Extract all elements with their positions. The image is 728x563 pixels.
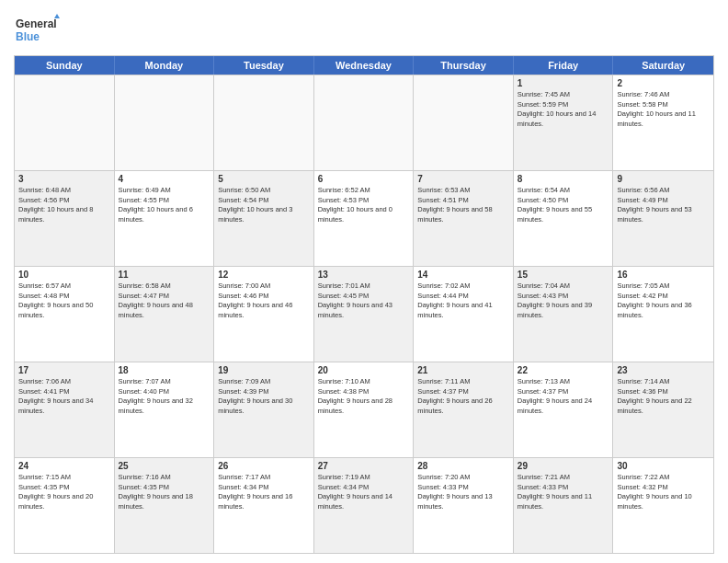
day-info: Sunrise: 7:00 AM Sunset: 4:46 PM Dayligh…	[218, 282, 310, 320]
day-cell-28: 28Sunrise: 7:20 AM Sunset: 4:33 PM Dayli…	[414, 458, 514, 553]
header-day-monday: Monday	[115, 56, 215, 75]
day-number: 6	[318, 174, 410, 184]
day-cell-13: 13Sunrise: 7:01 AM Sunset: 4:45 PM Dayli…	[314, 267, 415, 362]
logo-svg: General Blue	[14, 13, 60, 50]
day-info: Sunrise: 6:52 AM Sunset: 4:53 PM Dayligh…	[318, 186, 410, 224]
day-cell-6: 6Sunrise: 6:52 AM Sunset: 4:53 PM Daylig…	[314, 171, 415, 266]
day-cell-24: 24Sunrise: 7:15 AM Sunset: 4:35 PM Dayli…	[15, 458, 115, 553]
header-day-tuesday: Tuesday	[214, 56, 314, 75]
day-number: 21	[417, 365, 509, 375]
header-day-friday: Friday	[514, 56, 614, 75]
day-info: Sunrise: 6:50 AM Sunset: 4:54 PM Dayligh…	[218, 186, 310, 224]
day-number: 29	[518, 461, 609, 471]
empty-cell-0-0	[15, 75, 115, 170]
day-number: 16	[617, 270, 710, 280]
day-info: Sunrise: 7:17 AM Sunset: 4:34 PM Dayligh…	[218, 473, 310, 511]
logo: General Blue	[14, 13, 60, 50]
day-number: 8	[518, 174, 609, 184]
day-info: Sunrise: 7:06 AM Sunset: 4:41 PM Dayligh…	[18, 377, 110, 416]
day-number: 9	[617, 174, 710, 184]
day-cell-16: 16Sunrise: 7:05 AM Sunset: 4:42 PM Dayli…	[613, 267, 713, 362]
calendar-row-2: 10Sunrise: 6:57 AM Sunset: 4:48 PM Dayli…	[15, 266, 713, 362]
day-number: 10	[18, 270, 110, 280]
day-number: 5	[218, 174, 310, 184]
day-info: Sunrise: 6:49 AM Sunset: 4:55 PM Dayligh…	[119, 186, 210, 224]
day-number: 26	[218, 461, 310, 471]
header-day-sunday: Sunday	[15, 56, 115, 75]
page: General Blue SundayMondayTuesdayWednesda…	[0, 0, 728, 563]
day-cell-23: 23Sunrise: 7:14 AM Sunset: 4:36 PM Dayli…	[613, 362, 713, 457]
day-cell-30: 30Sunrise: 7:22 AM Sunset: 4:32 PM Dayli…	[613, 458, 713, 553]
header: General Blue	[14, 9, 714, 50]
day-number: 12	[218, 270, 310, 280]
day-number: 22	[518, 365, 609, 375]
day-number: 2	[617, 78, 710, 88]
day-cell-3: 3Sunrise: 6:48 AM Sunset: 4:56 PM Daylig…	[15, 171, 115, 266]
day-number: 23	[617, 365, 710, 375]
day-info: Sunrise: 7:05 AM Sunset: 4:42 PM Dayligh…	[617, 282, 710, 320]
header-day-saturday: Saturday	[613, 56, 713, 75]
day-info: Sunrise: 7:16 AM Sunset: 4:35 PM Dayligh…	[119, 473, 210, 511]
calendar-row-3: 17Sunrise: 7:06 AM Sunset: 4:41 PM Dayli…	[15, 362, 713, 457]
day-number: 20	[318, 365, 410, 375]
day-info: Sunrise: 6:54 AM Sunset: 4:50 PM Dayligh…	[518, 186, 609, 224]
day-info: Sunrise: 6:57 AM Sunset: 4:48 PM Dayligh…	[18, 282, 110, 320]
day-number: 27	[318, 461, 410, 471]
empty-cell-0-1	[115, 75, 215, 170]
day-info: Sunrise: 7:07 AM Sunset: 4:40 PM Dayligh…	[119, 377, 210, 416]
day-cell-26: 26Sunrise: 7:17 AM Sunset: 4:34 PM Dayli…	[214, 458, 314, 553]
day-info: Sunrise: 7:11 AM Sunset: 4:37 PM Dayligh…	[417, 377, 509, 416]
day-info: Sunrise: 7:02 AM Sunset: 4:44 PM Dayligh…	[417, 282, 509, 320]
empty-cell-0-4	[414, 75, 514, 170]
day-cell-9: 9Sunrise: 6:56 AM Sunset: 4:49 PM Daylig…	[613, 171, 713, 266]
day-number: 4	[119, 174, 210, 184]
day-cell-11: 11Sunrise: 6:58 AM Sunset: 4:47 PM Dayli…	[115, 267, 215, 362]
day-info: Sunrise: 7:15 AM Sunset: 4:35 PM Dayligh…	[18, 473, 110, 511]
calendar-header: SundayMondayTuesdayWednesdayThursdayFrid…	[15, 56, 713, 75]
empty-cell-0-3	[314, 75, 415, 170]
day-info: Sunrise: 7:21 AM Sunset: 4:33 PM Dayligh…	[518, 473, 609, 511]
day-cell-20: 20Sunrise: 7:10 AM Sunset: 4:38 PM Dayli…	[314, 362, 415, 457]
day-cell-21: 21Sunrise: 7:11 AM Sunset: 4:37 PM Dayli…	[414, 362, 514, 457]
day-cell-7: 7Sunrise: 6:53 AM Sunset: 4:51 PM Daylig…	[414, 171, 514, 266]
day-info: Sunrise: 6:56 AM Sunset: 4:49 PM Dayligh…	[617, 186, 710, 224]
day-cell-1: 1Sunrise: 7:45 AM Sunset: 5:59 PM Daylig…	[514, 75, 614, 170]
day-info: Sunrise: 7:20 AM Sunset: 4:33 PM Dayligh…	[417, 473, 509, 511]
day-info: Sunrise: 7:14 AM Sunset: 4:36 PM Dayligh…	[617, 377, 710, 416]
day-number: 15	[518, 270, 609, 280]
day-number: 30	[617, 461, 710, 471]
day-number: 1	[518, 78, 609, 88]
day-info: Sunrise: 7:04 AM Sunset: 4:43 PM Dayligh…	[518, 282, 609, 320]
day-cell-25: 25Sunrise: 7:16 AM Sunset: 4:35 PM Dayli…	[115, 458, 215, 553]
day-number: 19	[218, 365, 310, 375]
day-cell-12: 12Sunrise: 7:00 AM Sunset: 4:46 PM Dayli…	[214, 267, 314, 362]
day-cell-18: 18Sunrise: 7:07 AM Sunset: 4:40 PM Dayli…	[115, 362, 215, 457]
day-info: Sunrise: 7:46 AM Sunset: 5:58 PM Dayligh…	[617, 90, 710, 129]
day-cell-14: 14Sunrise: 7:02 AM Sunset: 4:44 PM Dayli…	[414, 267, 514, 362]
day-cell-4: 4Sunrise: 6:49 AM Sunset: 4:55 PM Daylig…	[115, 171, 215, 266]
calendar-row-1: 3Sunrise: 6:48 AM Sunset: 4:56 PM Daylig…	[15, 170, 713, 266]
day-number: 18	[119, 365, 210, 375]
day-info: Sunrise: 6:53 AM Sunset: 4:51 PM Dayligh…	[417, 186, 509, 224]
header-day-thursday: Thursday	[414, 56, 514, 75]
day-number: 25	[119, 461, 210, 471]
day-number: 7	[417, 174, 509, 184]
header-day-wednesday: Wednesday	[314, 56, 415, 75]
day-cell-2: 2Sunrise: 7:46 AM Sunset: 5:58 PM Daylig…	[613, 75, 713, 170]
calendar-row-0: 1Sunrise: 7:45 AM Sunset: 5:59 PM Daylig…	[15, 75, 713, 170]
day-info: Sunrise: 7:13 AM Sunset: 4:37 PM Dayligh…	[518, 377, 609, 416]
calendar-row-4: 24Sunrise: 7:15 AM Sunset: 4:35 PM Dayli…	[15, 457, 713, 553]
day-info: Sunrise: 7:19 AM Sunset: 4:34 PM Dayligh…	[318, 473, 410, 511]
day-cell-29: 29Sunrise: 7:21 AM Sunset: 4:33 PM Dayli…	[514, 458, 614, 553]
day-number: 17	[18, 365, 110, 375]
day-number: 14	[417, 270, 509, 280]
empty-cell-0-2	[214, 75, 314, 170]
day-cell-8: 8Sunrise: 6:54 AM Sunset: 4:50 PM Daylig…	[514, 171, 614, 266]
svg-text:General: General	[16, 17, 57, 30]
day-info: Sunrise: 7:09 AM Sunset: 4:39 PM Dayligh…	[218, 377, 310, 416]
day-info: Sunrise: 7:10 AM Sunset: 4:38 PM Dayligh…	[318, 377, 410, 416]
calendar: SundayMondayTuesdayWednesdayThursdayFrid…	[14, 55, 714, 554]
day-info: Sunrise: 7:45 AM Sunset: 5:59 PM Dayligh…	[518, 90, 609, 129]
day-cell-10: 10Sunrise: 6:57 AM Sunset: 4:48 PM Dayli…	[15, 267, 115, 362]
day-number: 28	[417, 461, 509, 471]
